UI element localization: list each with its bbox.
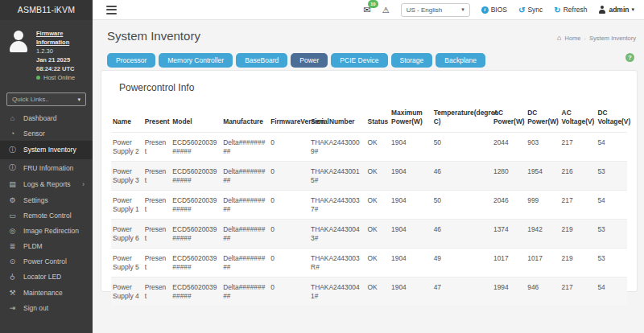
panel-title: Powercontrol Info [119, 82, 627, 93]
table-cell: 1954 [526, 162, 559, 191]
tab-storage[interactable]: Storage [391, 53, 433, 68]
firmware-date: Jan 21 2025 08:24:22 UTC [36, 56, 89, 73]
table-row: Power Supply 2PresentECD56020039#####Del… [111, 133, 627, 162]
table-cell: 0 [269, 220, 309, 249]
table-cell: 1374 [492, 220, 526, 249]
sidebar-item-label: System Inventory [23, 146, 76, 154]
messages-button[interactable]: ✉ 10 [364, 5, 371, 15]
sidebar-item-maintenance[interactable]: ⚒Maintenance [0, 285, 93, 300]
table-cell: 54 [596, 133, 627, 162]
home-icon: ⌂ [557, 34, 561, 42]
table-cell: 53 [596, 162, 627, 191]
tab-pcie-device[interactable]: PCIE Device [331, 53, 387, 68]
table-cell: Power Supply 1 [111, 191, 143, 220]
table-cell: 219 [560, 220, 597, 249]
table-cell: OK [366, 191, 390, 220]
menu-toggle-button[interactable] [106, 6, 117, 14]
refresh-icon: ↻ [554, 6, 560, 14]
wrench-icon: ⚒ [8, 289, 17, 297]
column-header-ac-voltage-v: AC Voltage(V) [560, 106, 597, 133]
column-header-maximum-power-w: Maximum Power(W) [390, 106, 432, 133]
sync-icon: ↺ [518, 6, 525, 14]
sidebar-item-power-control[interactable]: ⊙Power Control [0, 254, 93, 269]
bios-button[interactable]: i BIOS [481, 6, 507, 14]
tab-memory-controller[interactable]: Memory Controller [159, 53, 233, 68]
table-cell: 53 [596, 220, 627, 249]
alerts-button[interactable]: ⚠ [382, 6, 390, 14]
table-cell: 1994 [492, 278, 526, 306]
sidebar-item-dashboard[interactable]: ⌂Dashboard [0, 110, 93, 125]
breadcrumb-home[interactable]: Home [565, 35, 581, 42]
sidebar-item-system-inventory[interactable]: ⓘSystem Inventory [0, 141, 93, 158]
user-menu[interactable]: admin ▾ [598, 6, 634, 14]
table-cell: ECD56020039##### [171, 191, 221, 220]
sidebar-item-label: FRU Information [23, 164, 73, 172]
language-value: US - English [407, 6, 442, 14]
table-cell: ECD56020039##### [171, 162, 221, 191]
table-cell: 50 [432, 191, 492, 220]
sidebar-item-image-redirection[interactable]: ◎Image Redirection [0, 223, 93, 238]
tab-power[interactable]: Power [291, 53, 328, 68]
help-button[interactable]: ? [625, 53, 634, 62]
table-cell: 46 [432, 162, 492, 191]
gauge-icon: ◔ [8, 130, 17, 138]
sidebar-item-settings[interactable]: ⚙Settings [0, 192, 93, 208]
disc-icon: ◎ [8, 227, 17, 235]
monitor-icon: ▭ [8, 212, 17, 220]
chevron-down-icon: ▾ [77, 97, 80, 103]
sidebar-item-pldm[interactable]: ≣PLDM [0, 239, 93, 254]
sync-button[interactable]: ↺ Sync [518, 6, 543, 14]
column-header-name: Name [111, 106, 143, 133]
table-cell: 1904 [390, 162, 432, 191]
table-cell: Power Supply 4 [111, 278, 143, 306]
sidebar-item-logs-reports[interactable]: ▤Logs & Reports› [0, 177, 93, 192]
user-name: admin [609, 6, 629, 14]
tab-backplane[interactable]: Backplane [436, 53, 485, 68]
column-header-dc-voltage-v: DC Voltage(V) [596, 106, 627, 133]
table-row: Power Supply 1PresentECD56020039#####Del… [111, 191, 627, 220]
sidebar-item-label: Maintenance [23, 289, 63, 297]
column-header-model: Model [171, 106, 221, 133]
host-status: Host Online [43, 73, 75, 82]
table-cell: ECD56020039##### [171, 133, 221, 162]
column-header-serialnumber: SerialNumber [309, 106, 366, 133]
table-cell: Power Supply 5 [111, 249, 143, 278]
sidebar-menu: ⌂Dashboard◔SensorⓘSystem InventoryⓘFRU I… [0, 110, 93, 315]
sidebar-item-locator-led[interactable]: ⚲Locator LED [0, 269, 93, 285]
refresh-label: Refresh [564, 6, 588, 14]
language-select[interactable]: US - English ▾ [401, 3, 470, 17]
host-online-dot [36, 76, 40, 80]
quick-links-select[interactable]: Quick Links.. ▾ [6, 92, 86, 106]
table-cell: OK [366, 220, 390, 249]
info-icon: ⓘ [8, 162, 17, 173]
table-cell: 1280 [492, 162, 526, 191]
sidebar-item-sensor[interactable]: ◔Sensor [0, 125, 93, 141]
tab-baseboard[interactable]: BaseBoard [236, 53, 287, 68]
table-row: Power Supply 6PresentECD56020039#####Del… [111, 220, 627, 249]
column-header-dc-power-w: DC Power(W) [526, 106, 559, 133]
page-title: System Inventory [107, 29, 200, 43]
table-cell: Present [143, 249, 171, 278]
sidebar-item-remote-control[interactable]: ▭Remote Control [0, 208, 93, 223]
table-cell: OK [366, 162, 390, 191]
sidebar-item-sign-out[interactable]: ⇥Sign out [0, 300, 93, 315]
tab-processor[interactable]: Processor [107, 53, 155, 68]
column-header-temperature-degree-c: Temperature(degree C) [432, 106, 492, 133]
sidebar-item-label: Locator LED [23, 273, 61, 281]
table-cell: 1904 [390, 220, 432, 249]
refresh-button[interactable]: ↻ Refresh [554, 6, 587, 14]
table-cell: 216 [560, 162, 597, 191]
table-cell: Delta######### [221, 133, 269, 162]
sidebar-item-fru-information[interactable]: ⓘFRU Information [0, 159, 93, 177]
table-cell: THAKA24430015# [309, 162, 366, 191]
table-cell: 1904 [390, 249, 432, 278]
firmware-information-link[interactable]: Firmware Information [36, 29, 89, 47]
signout-icon: ⇥ [8, 304, 17, 312]
chevron-down-icon: ▾ [461, 6, 464, 13]
table-cell: THAKA24430043# [309, 220, 366, 249]
sidebar-item-label: PLDM [23, 242, 43, 250]
column-header-manufacture: Manufacture [221, 106, 269, 133]
table-cell: Present [143, 220, 171, 249]
table-cell: THAKA24430041# [309, 278, 366, 306]
sidebar: ASMB11-iKVM Firmware Information 1.2.30 … [0, 0, 93, 333]
